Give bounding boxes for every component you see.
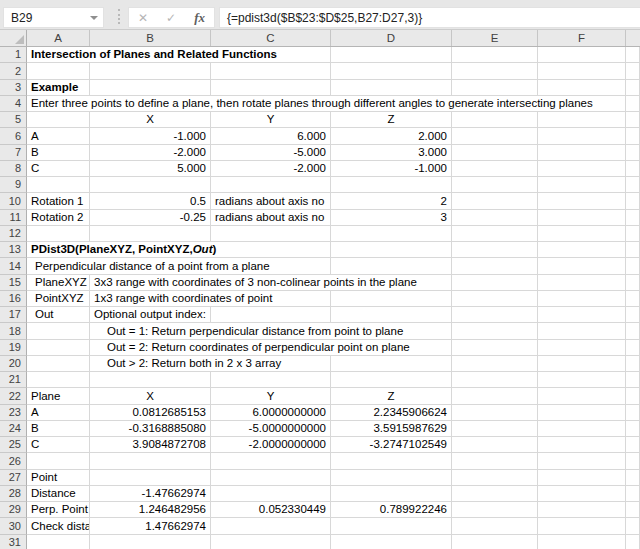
cell-C17[interactable]	[211, 307, 331, 323]
row-header-2[interactable]: 2	[0, 63, 27, 79]
cell-C11[interactable]: radians about axis no	[211, 210, 331, 226]
cell-G20[interactable]	[626, 356, 640, 372]
cell-C5[interactable]: Y	[211, 112, 331, 128]
cell-C25[interactable]: -2.0000000000	[211, 437, 331, 453]
row-header-1[interactable]: 1	[0, 47, 27, 63]
cell-F15[interactable]	[538, 275, 626, 291]
cell-F7[interactable]	[538, 145, 626, 161]
cell-E28[interactable]	[452, 486, 538, 502]
cell-C29[interactable]: 0.052330449	[211, 502, 331, 518]
row-header-14[interactable]: 14	[0, 258, 27, 274]
cell-B28[interactable]: -1.47662974	[90, 486, 211, 502]
cell-A20[interactable]	[27, 356, 90, 372]
cell-F10[interactable]	[538, 193, 626, 209]
cell-B30[interactable]: 1.47662974	[90, 518, 211, 534]
cell-C26[interactable]	[211, 453, 331, 469]
cell-E26[interactable]	[452, 453, 538, 469]
cell-D28[interactable]	[331, 486, 452, 502]
column-header-B[interactable]: B	[90, 30, 211, 46]
cell-D10[interactable]: 2	[331, 193, 452, 209]
cell-C8[interactable]: -2.000	[211, 161, 331, 177]
cell-D21[interactable]	[331, 372, 452, 388]
cell-G9[interactable]	[626, 177, 640, 193]
cell-A8[interactable]: C	[27, 161, 90, 177]
cell-G22[interactable]	[626, 388, 640, 404]
cell-B22[interactable]: X	[90, 388, 211, 404]
cell-G31[interactable]	[626, 535, 640, 549]
cell-C21[interactable]	[211, 372, 331, 388]
row-header-12[interactable]: 12	[0, 226, 27, 242]
cell-E11[interactable]	[452, 210, 538, 226]
row-header-17[interactable]: 17	[0, 307, 27, 323]
cell-A1[interactable]: Intersection of Planes and Related Funct…	[27, 47, 331, 63]
cell-F3[interactable]	[538, 80, 626, 96]
cell-A7[interactable]: B	[27, 145, 90, 161]
cell-B7[interactable]: -2.000	[90, 145, 211, 161]
cell-F26[interactable]	[538, 453, 626, 469]
cell-E18[interactable]	[452, 323, 538, 339]
cell-B2[interactable]	[90, 63, 211, 79]
cell-A15[interactable]: PlaneXYZ	[27, 275, 90, 291]
cell-B20[interactable]: Out > 2: Return both in 2 x 3 array	[90, 356, 331, 372]
cell-D6[interactable]: 2.000	[331, 128, 452, 144]
cell-B5[interactable]: X	[90, 112, 211, 128]
column-header-C[interactable]: C	[211, 30, 331, 46]
cell-A28[interactable]: Distance	[27, 486, 90, 502]
cell-C31[interactable]	[211, 535, 331, 549]
name-box[interactable]: B29	[3, 7, 104, 28]
cell-C3[interactable]	[211, 80, 331, 96]
cell-G13[interactable]	[626, 242, 640, 258]
cell-B11[interactable]: -0.25	[90, 210, 211, 226]
cell-G23[interactable]	[626, 405, 640, 421]
cell-F2[interactable]	[538, 63, 626, 79]
cell-D31[interactable]	[331, 535, 452, 549]
row-header-28[interactable]: 28	[0, 486, 27, 502]
cell-G28[interactable]	[626, 486, 640, 502]
cell-A26[interactable]	[27, 453, 90, 469]
cell-E5[interactable]	[452, 112, 538, 128]
cell-D5[interactable]: Z	[331, 112, 452, 128]
cell-B26[interactable]	[90, 453, 211, 469]
cell-A13[interactable]: PDist3D(PlaneXYZ, PointXYZ, Out )	[27, 242, 331, 258]
cell-A22[interactable]: Plane	[27, 388, 90, 404]
row-header-11[interactable]: 11	[0, 210, 27, 226]
cell-D14[interactable]	[331, 258, 452, 274]
cell-E9[interactable]	[452, 177, 538, 193]
cell-A9[interactable]	[27, 177, 90, 193]
cell-A18[interactable]	[27, 323, 90, 339]
cell-F5[interactable]	[538, 112, 626, 128]
cell-G16[interactable]	[626, 291, 640, 307]
cell-D26[interactable]	[331, 453, 452, 469]
cell-A11[interactable]: Rotation 2	[27, 210, 90, 226]
cell-C28[interactable]	[211, 486, 331, 502]
cell-G26[interactable]	[626, 453, 640, 469]
column-header-partial[interactable]	[626, 30, 640, 46]
cell-C10[interactable]: radians about axis no	[211, 193, 331, 209]
cell-D16[interactable]	[331, 291, 452, 307]
cell-G30[interactable]	[626, 518, 640, 534]
cell-G29[interactable]	[626, 502, 640, 518]
cell-G12[interactable]	[626, 226, 640, 242]
cell-B24[interactable]: -0.3168885080	[90, 421, 211, 437]
cell-D22[interactable]: Z	[331, 388, 452, 404]
cell-B9[interactable]	[90, 177, 211, 193]
cell-G27[interactable]	[626, 470, 640, 486]
row-header-21[interactable]: 21	[0, 372, 27, 388]
cell-F25[interactable]	[538, 437, 626, 453]
cell-G3[interactable]	[626, 80, 640, 96]
cell-E17[interactable]	[452, 307, 538, 323]
cell-A19[interactable]	[27, 340, 90, 356]
enter-icon[interactable]: ✓	[166, 11, 176, 25]
cell-D24[interactable]: 3.5915987629	[331, 421, 452, 437]
cell-A4[interactable]: Enter three points to define a plane, th…	[27, 96, 626, 112]
cell-E30[interactable]	[452, 518, 538, 534]
cell-G8[interactable]	[626, 161, 640, 177]
row-header-23[interactable]: 23	[0, 405, 27, 421]
cell-B29[interactable]: 1.246482956	[90, 502, 211, 518]
cell-B19[interactable]: Out = 2: Return coordinates of perpendic…	[90, 340, 452, 356]
cell-G11[interactable]	[626, 210, 640, 226]
cell-G15[interactable]	[626, 275, 640, 291]
cell-E20[interactable]	[452, 356, 538, 372]
cell-F18[interactable]	[538, 323, 626, 339]
cell-D8[interactable]: -1.000	[331, 161, 452, 177]
